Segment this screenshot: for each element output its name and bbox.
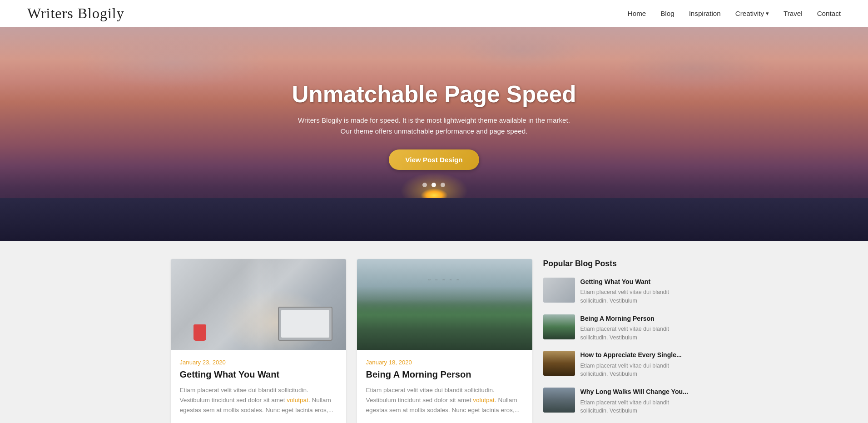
popular-post-3: How to Appreciate Every Single... Etiam … — [543, 351, 698, 378]
card-link-1[interactable]: volutpat — [287, 397, 308, 403]
popular-info-3: How to Appreciate Every Single... Etiam … — [580, 351, 698, 378]
popular-title-2[interactable]: Being A Morning Person — [580, 314, 698, 323]
hero-section: Unmatchable Page Speed Writers Blogily i… — [0, 27, 868, 241]
hero-water — [0, 198, 868, 241]
hero-cta-button[interactable]: View Post Design — [389, 149, 479, 170]
popular-thumb-2 — [543, 314, 575, 339]
popular-title-1[interactable]: Getting What You Want — [580, 278, 698, 286]
popular-thumb-4 — [543, 388, 575, 413]
site-logo[interactable]: Writers Blogily — [27, 5, 124, 22]
card-text-1: Etiam placerat velit vitae dui blandit s… — [180, 385, 337, 415]
popular-thumb-img-1 — [543, 278, 575, 303]
popular-excerpt-1: Etiam placerat velit vitae dui blandit s… — [580, 288, 698, 305]
card-body-2: January 18, 2020 Being A Morning Person … — [357, 350, 532, 423]
card-date-1: January 23, 2020 — [180, 359, 337, 366]
popular-thumb-img-4 — [543, 388, 575, 413]
popular-title-3[interactable]: How to Appreciate Every Single... — [580, 351, 698, 359]
sidebar-title: Popular Blog Posts — [543, 259, 698, 269]
card-date-2: January 18, 2020 — [366, 359, 523, 366]
popular-excerpt-2: Etiam placerat velit vitae dui blandit s… — [580, 325, 698, 342]
card-image-1 — [171, 259, 346, 350]
hero-subtitle: Writers Blogily is made for speed. It is… — [293, 115, 575, 137]
popular-excerpt-4: Etiam placerat velit vitae dui blandit s… — [580, 398, 698, 415]
popular-info-2: Being A Morning Person Etiam placerat ve… — [580, 314, 698, 342]
slider-dot-3[interactable] — [441, 183, 445, 187]
popular-thumb-img-3 — [543, 351, 575, 376]
popular-info-1: Getting What You Want Etiam placerat vel… — [580, 278, 698, 305]
header: Writers Blogily Home Blog Inspiration Cr… — [0, 0, 868, 27]
card-title-1[interactable]: Getting What You Want — [180, 369, 337, 380]
nav-inspiration[interactable]: Inspiration — [689, 10, 721, 17]
card-body-1: January 23, 2020 Getting What You Want E… — [171, 350, 346, 423]
popular-info-4: Why Long Walks Will Change You... Etiam … — [580, 388, 698, 415]
popular-title-4[interactable]: Why Long Walks Will Change You... — [580, 388, 698, 396]
nav-contact[interactable]: Contact — [817, 10, 841, 17]
main-nav: Home Blog Inspiration Creativity Travel … — [628, 10, 841, 18]
desk-mug-icon — [193, 324, 206, 341]
popular-post-1: Getting What You Want Etiam placerat vel… — [543, 278, 698, 305]
nav-travel[interactable]: Travel — [784, 10, 803, 17]
slider-dot-2[interactable] — [432, 183, 436, 187]
popular-thumb-3 — [543, 351, 575, 376]
blog-card-2: ~ ~ ~ ~ ~ January 18, 2020 Being A Morni… — [357, 259, 532, 423]
birds-decoration: ~ ~ ~ ~ ~ — [428, 277, 461, 282]
card-title-2[interactable]: Being A Morning Person — [366, 369, 523, 380]
popular-thumb-img-2 — [543, 314, 575, 339]
slider-dots — [292, 183, 576, 187]
hero-content: Unmatchable Page Speed Writers Blogily i… — [283, 72, 585, 197]
sidebar: Popular Blog Posts Getting What You Want… — [543, 259, 698, 423]
slider-dot-1[interactable] — [422, 183, 427, 187]
nav-creativity[interactable]: Creativity — [735, 10, 769, 17]
card-text-2: Etiam placerat velit vitae dui blandit s… — [366, 385, 523, 415]
popular-thumb-1 — [543, 278, 575, 303]
main-content: January 23, 2020 Getting What You Want E… — [162, 241, 707, 423]
hero-title: Unmatchable Page Speed — [292, 81, 576, 108]
card-image-2: ~ ~ ~ ~ ~ — [357, 259, 532, 350]
nav-home[interactable]: Home — [628, 10, 646, 17]
popular-post-4: Why Long Walks Will Change You... Etiam … — [543, 388, 698, 415]
popular-post-2: Being A Morning Person Etiam placerat ve… — [543, 314, 698, 342]
nav-blog[interactable]: Blog — [660, 10, 674, 17]
popular-excerpt-3: Etiam placerat velit vitae dui blandit s… — [580, 362, 698, 378]
desk-laptop-icon — [278, 307, 332, 341]
blog-card-1: January 23, 2020 Getting What You Want E… — [171, 259, 346, 423]
card-link-2[interactable]: volutpat — [473, 397, 495, 403]
